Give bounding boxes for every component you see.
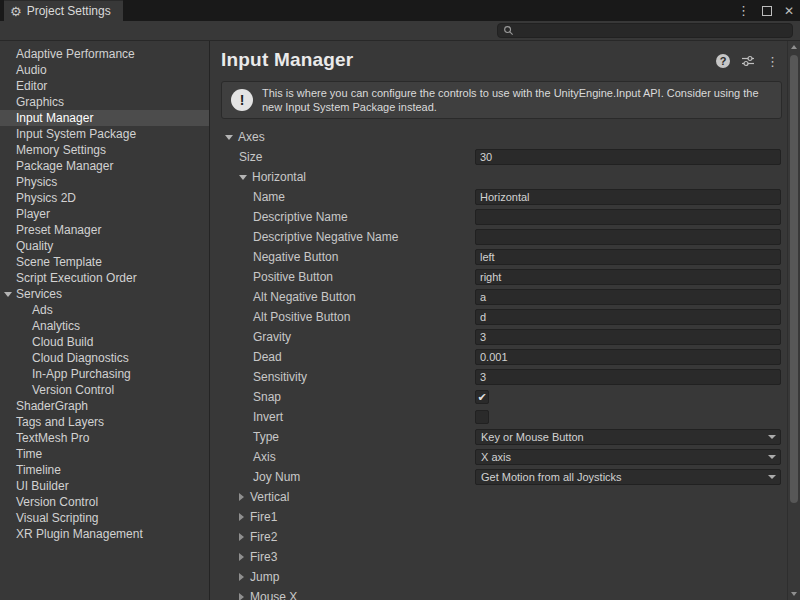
presets-icon[interactable] bbox=[741, 55, 755, 67]
sidebar-item-input-manager[interactable]: Input Manager bbox=[0, 110, 209, 126]
joy-num-dropdown[interactable]: Get Motion from all Joysticks bbox=[475, 469, 781, 485]
help-icon[interactable]: ? bbox=[716, 54, 730, 68]
sidebar-item-physics-2d[interactable]: Physics 2D bbox=[0, 190, 209, 206]
gravity-field[interactable] bbox=[475, 329, 781, 345]
foldout-open-icon[interactable] bbox=[239, 175, 247, 180]
property-value-cell bbox=[475, 369, 781, 385]
sidebar-item-label: Visual Scripting bbox=[16, 511, 99, 525]
foldout-open-icon[interactable] bbox=[225, 135, 233, 140]
sidebar-item-preset-manager[interactable]: Preset Manager bbox=[0, 222, 209, 238]
sidebar-item-tags-and-layers[interactable]: Tags and Layers bbox=[0, 414, 209, 430]
foldout-closed-icon[interactable] bbox=[239, 573, 244, 581]
size-field[interactable] bbox=[475, 149, 781, 165]
foldout-closed-icon[interactable] bbox=[239, 553, 244, 561]
name-field[interactable] bbox=[475, 189, 781, 205]
foldout-closed-icon[interactable] bbox=[239, 513, 244, 521]
sidebar-item-quality[interactable]: Quality bbox=[0, 238, 209, 254]
sidebar-item-ui-builder[interactable]: UI Builder bbox=[0, 478, 209, 494]
sidebar-item-time[interactable]: Time bbox=[0, 446, 209, 462]
property-row-mouse-x: Mouse X bbox=[211, 587, 787, 600]
scrollbar-thumb[interactable] bbox=[790, 55, 798, 503]
sidebar-item-label: Version Control bbox=[16, 495, 98, 509]
sidebar-item-input-system-package[interactable]: Input System Package bbox=[0, 126, 209, 142]
sidebar-item-audio[interactable]: Audio bbox=[0, 62, 209, 78]
scroll-down-icon[interactable] bbox=[791, 592, 797, 596]
alt-negative-button-field[interactable] bbox=[475, 289, 781, 305]
property-label[interactable]: Mouse X bbox=[250, 590, 297, 600]
sidebar-item-label: Physics 2D bbox=[16, 191, 76, 205]
maximize-icon[interactable] bbox=[762, 6, 772, 16]
foldout-closed-icon[interactable] bbox=[239, 593, 244, 600]
property-value-cell bbox=[475, 410, 781, 424]
property-row-size: Size bbox=[211, 147, 787, 167]
sidebar-item-cloud-build[interactable]: Cloud Build bbox=[0, 334, 209, 350]
sidebar-item-services[interactable]: Services bbox=[0, 286, 209, 302]
sidebar-item-shadergraph[interactable]: ShaderGraph bbox=[0, 398, 209, 414]
sidebar-item-cloud-diagnostics[interactable]: Cloud Diagnostics bbox=[0, 350, 209, 366]
snap-checkbox[interactable]: ✔ bbox=[475, 390, 489, 404]
close-icon[interactable]: ✕ bbox=[784, 4, 794, 18]
property-label[interactable]: Fire3 bbox=[250, 550, 277, 564]
property-row-horizontal: Horizontal bbox=[211, 167, 787, 187]
sidebar-item-package-manager[interactable]: Package Manager bbox=[0, 158, 209, 174]
sidebar-item-textmesh-pro[interactable]: TextMesh Pro bbox=[0, 430, 209, 446]
property-label[interactable]: Fire1 bbox=[250, 510, 277, 524]
sidebar-item-physics[interactable]: Physics bbox=[0, 174, 209, 190]
property-row-descriptive-name: Descriptive Name bbox=[211, 207, 787, 227]
property-row-alt-negative-button: Alt Negative Button bbox=[211, 287, 787, 307]
sidebar-item-timeline[interactable]: Timeline bbox=[0, 462, 209, 478]
axis-dropdown[interactable]: X axis bbox=[475, 449, 781, 465]
tab-project-settings[interactable]: ⚙ Project Settings bbox=[4, 0, 123, 21]
property-label[interactable]: Fire2 bbox=[250, 530, 277, 544]
property-label: Dead bbox=[253, 350, 282, 364]
descriptive-name-field[interactable] bbox=[475, 209, 781, 225]
dead-field[interactable] bbox=[475, 349, 781, 365]
property-value-cell: ✔ bbox=[475, 390, 781, 404]
property-label-cell: Jump bbox=[211, 570, 475, 584]
descriptive-negative-name-field[interactable] bbox=[475, 229, 781, 245]
sidebar-item-label: Cloud Diagnostics bbox=[32, 351, 129, 365]
search-box[interactable] bbox=[497, 23, 793, 38]
property-label[interactable]: Horizontal bbox=[252, 170, 306, 184]
vertical-scrollbar[interactable] bbox=[787, 41, 800, 600]
dropdown-selected-value: X axis bbox=[481, 451, 511, 463]
positive-button-field[interactable] bbox=[475, 269, 781, 285]
sidebar-item-analytics[interactable]: Analytics bbox=[0, 318, 209, 334]
property-label[interactable]: Axes bbox=[238, 130, 265, 144]
sidebar-item-version-control[interactable]: Version Control bbox=[0, 494, 209, 510]
property-row-sensitivity: Sensitivity bbox=[211, 367, 787, 387]
property-value-cell bbox=[475, 329, 781, 345]
more-icon[interactable]: ⋮ bbox=[766, 55, 779, 68]
type-dropdown[interactable]: Key or Mouse Button bbox=[475, 429, 781, 445]
property-label: Alt Positive Button bbox=[253, 310, 350, 324]
sidebar-item-label: Analytics bbox=[32, 319, 80, 333]
sidebar-item-visual-scripting[interactable]: Visual Scripting bbox=[0, 510, 209, 526]
foldout-closed-icon[interactable] bbox=[239, 493, 244, 501]
property-label-cell: Sensitivity bbox=[211, 370, 475, 384]
sidebar-item-xr-plugin-management[interactable]: XR Plugin Management bbox=[0, 526, 209, 542]
property-label[interactable]: Jump bbox=[250, 570, 279, 584]
sidebar-item-scene-template[interactable]: Scene Template bbox=[0, 254, 209, 270]
invert-checkbox[interactable] bbox=[475, 410, 489, 424]
property-value-cell bbox=[475, 269, 781, 285]
sidebar-item-player[interactable]: Player bbox=[0, 206, 209, 222]
alt-positive-button-field[interactable] bbox=[475, 309, 781, 325]
sensitivity-field[interactable] bbox=[475, 369, 781, 385]
property-label-cell: Horizontal bbox=[211, 170, 475, 184]
sidebar-item-in-app-purchasing[interactable]: In-App Purchasing bbox=[0, 366, 209, 382]
sidebar-item-editor[interactable]: Editor bbox=[0, 78, 209, 94]
scroll-up-icon[interactable] bbox=[791, 45, 797, 49]
sidebar-item-ads[interactable]: Ads bbox=[0, 302, 209, 318]
window-menu-icon[interactable]: ⋮ bbox=[737, 4, 750, 17]
sidebar-item-memory-settings[interactable]: Memory Settings bbox=[0, 142, 209, 158]
property-row-vertical: Vertical bbox=[211, 487, 787, 507]
sidebar-item-graphics[interactable]: Graphics bbox=[0, 94, 209, 110]
sidebar-item-version-control[interactable]: Version Control bbox=[0, 382, 209, 398]
foldout-open-icon[interactable] bbox=[4, 292, 12, 297]
foldout-closed-icon[interactable] bbox=[239, 533, 244, 541]
search-input[interactable] bbox=[518, 25, 787, 37]
property-label[interactable]: Vertical bbox=[250, 490, 289, 504]
sidebar-item-script-execution-order[interactable]: Script Execution Order bbox=[0, 270, 209, 286]
sidebar-item-adaptive-performance[interactable]: Adaptive Performance bbox=[0, 46, 209, 62]
negative-button-field[interactable] bbox=[475, 249, 781, 265]
